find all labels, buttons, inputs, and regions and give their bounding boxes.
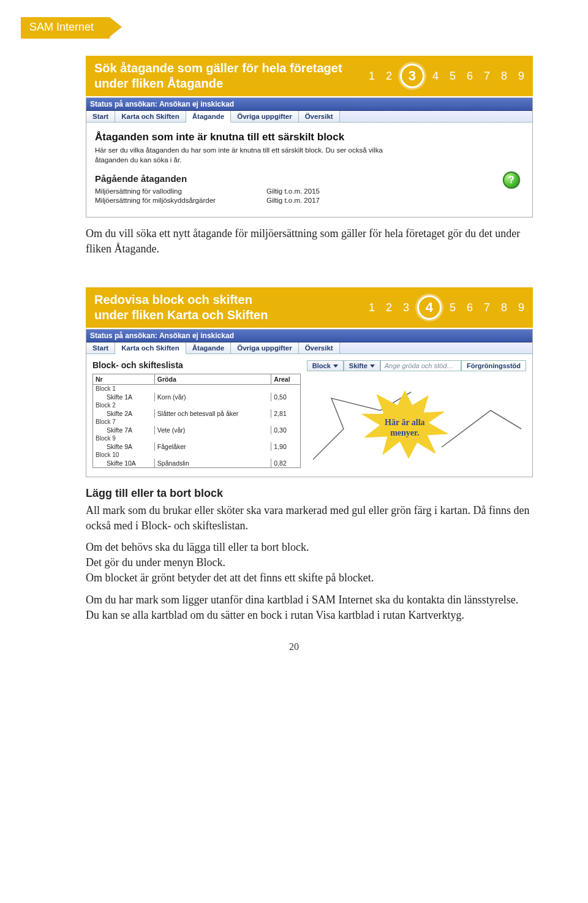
chevron-down-icon — [333, 365, 338, 368]
tab-karta[interactable]: Karta och Skiften — [115, 111, 186, 122]
col-nr: Nr — [93, 374, 155, 385]
table-row: Skifte 2A Slåtter och betesvall på åker … — [93, 409, 301, 418]
section-banner-3: Sök åtagande som gäller för hela företag… — [86, 56, 533, 96]
step-5: 5 — [450, 70, 456, 83]
table-row: Block 10 — [93, 451, 301, 459]
step-3b: 3 — [403, 301, 409, 314]
step-4b-active: 4 — [420, 298, 439, 317]
tab-row: Start Karta och Skiften Åtagande Övriga … — [86, 111, 532, 123]
map-area: Här är alla menyer. — [307, 374, 526, 466]
step-9: 9 — [518, 70, 524, 83]
table-row: Block 2 — [93, 401, 301, 409]
map-toolbar: Block Skifte Ange gröda och stöd… Förgrö… — [307, 360, 526, 371]
section2-p6: Du kan se alla kartblad om du sätter en … — [86, 608, 533, 623]
tab-ovriga[interactable]: Övriga uppgifter — [231, 111, 298, 122]
atagande-row-1: Miljöersättning för vallodling Giltig t.… — [95, 187, 524, 195]
section2-p5: Om du har mark som ligger utanför dina k… — [86, 592, 533, 608]
stepper2: 1 2 3 4 5 6 7 8 9 — [369, 298, 524, 317]
section-banner-4: Redovisa block och skiften under fliken … — [86, 287, 533, 328]
step-4: 4 — [432, 70, 439, 83]
tab-start[interactable]: Start — [86, 111, 115, 122]
chevron-down-icon — [370, 365, 375, 368]
status-bar: Status på ansökan: Ansökan ej inskickad — [86, 98, 532, 111]
toolbar-forgroning[interactable]: Förgröningsstöd — [461, 360, 526, 371]
section2-p3: Det gör du under menyn Block. — [86, 555, 533, 570]
list-title: Block- och skifteslista — [92, 360, 301, 370]
toolbar-block-dropdown[interactable]: Block — [307, 360, 344, 371]
step-2: 2 — [386, 70, 392, 83]
tab2-start[interactable]: Start — [86, 342, 115, 353]
app-window-karta: Status på ansökan: Ansökan ej inskickad … — [86, 329, 533, 477]
step-6: 6 — [467, 70, 473, 83]
tab-row2: Start Karta och Skiften Åtagande Övriga … — [86, 342, 532, 354]
tab-atagande[interactable]: Åtagande — [186, 111, 231, 123]
step-7b: 7 — [484, 301, 490, 314]
step-6b: 6 — [467, 301, 473, 314]
section2-title-line2: under fliken Karta och Skiften — [94, 308, 268, 323]
step-7: 7 — [484, 70, 490, 83]
col-groda: Gröda — [154, 374, 271, 385]
window-desc: Här ser du vilka åtaganden du har som in… — [95, 146, 383, 165]
step-8: 8 — [501, 70, 507, 83]
atagande-row-2: Miljöersättning för miljöskyddsårgärder … — [95, 197, 524, 204]
table-row: Skifte 9A Fågelåker 1,90 — [93, 442, 301, 451]
app-window-atagande: Status på ansökan: Ansökan ej inskickad … — [86, 97, 533, 217]
breadcrumb-tab: SAM Internet — [21, 17, 110, 39]
stepper: 1 2 3 4 5 6 7 8 9 — [369, 67, 524, 85]
section2-p2: Om det behövs ska du lägga till eller ta… — [86, 540, 533, 555]
window-heading: Åtaganden som inte är knutna till ett sä… — [95, 131, 524, 143]
toolbar-groda-input[interactable]: Ange gröda och stöd… — [380, 360, 461, 371]
tab2-karta[interactable]: Karta och Skiften — [115, 342, 186, 354]
step-9b: 9 — [518, 301, 524, 314]
col-areal: Areal — [271, 374, 301, 385]
window-subheading: Pågående åtaganden — [95, 173, 524, 184]
page-number: 20 — [0, 641, 588, 652]
step-1b: 1 — [369, 301, 375, 314]
step-3-active: 3 — [403, 67, 421, 85]
tab2-atagande[interactable]: Åtagande — [186, 342, 231, 353]
section2-p4: Om blocket är grönt betyder det att det … — [86, 570, 533, 586]
tab2-ovriga[interactable]: Övriga uppgifter — [231, 342, 298, 353]
skiften-table: Nr Gröda Areal Block 1 Skifte 1A Korn (v… — [92, 374, 301, 468]
table-row: Block 9 — [93, 434, 301, 442]
table-row: Block 7 — [93, 418, 301, 426]
step-2b: 2 — [386, 301, 392, 314]
step-8b: 8 — [501, 301, 507, 314]
callout-burst: Här är alla menyer. — [362, 391, 448, 458]
toolbar-skifte-dropdown[interactable]: Skifte — [344, 360, 380, 371]
tab-oversikt[interactable]: Översikt — [299, 111, 340, 122]
section2-subheading: Lägg till eller ta bort block — [86, 486, 533, 501]
step-5b: 5 — [450, 301, 456, 314]
section2-p1: All mark som du brukar eller sköter ska … — [86, 503, 533, 534]
section-title-line2: under fliken Åtagande — [94, 76, 342, 91]
table-row: Block 1 — [93, 385, 301, 393]
section2-title-line1: Redovisa block och skiften — [94, 292, 268, 308]
table-row: Skifte 7A Vete (vår) 0,30 — [93, 426, 301, 434]
step-1: 1 — [369, 70, 375, 83]
section-title-line1: Sök åtagande som gäller för hela företag… — [94, 61, 342, 76]
tab2-oversikt[interactable]: Översikt — [299, 342, 340, 353]
status-bar2: Status på ansökan: Ansökan ej inskickad — [86, 330, 532, 342]
table-row: Skifte 10A Spånadslin 0,82 — [93, 459, 301, 468]
section1-paragraph: Om du vill söka ett nytt åtagande för mi… — [86, 226, 533, 257]
help-icon[interactable]: ? — [503, 172, 520, 189]
table-row: Skifte 1A Korn (vår) 0,50 — [93, 393, 301, 401]
